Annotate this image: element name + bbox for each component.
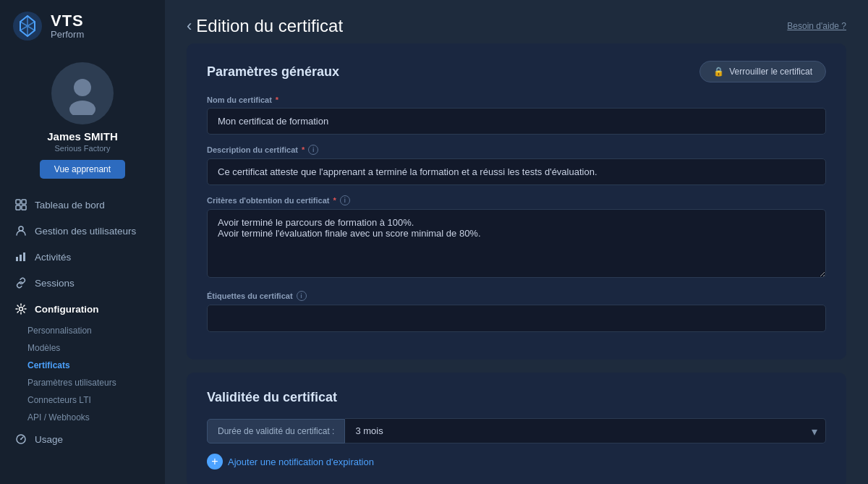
validite-title: Validitée du certificat (207, 390, 337, 405)
logo-vts: VTS (51, 12, 84, 30)
svg-rect-4 (22, 200, 26, 204)
avatar (51, 62, 114, 124)
content-area: Paramètres généraux 🔒 Verrouiller le cer… (165, 43, 868, 484)
sidebar-item-configuration[interactable]: Configuration (0, 296, 165, 322)
logo-area: VTS Perform (0, 0, 165, 52)
svg-point-7 (19, 226, 23, 231)
desc-input[interactable] (207, 158, 826, 185)
desc-info-icon[interactable]: i (308, 145, 318, 155)
help-link[interactable]: Besoin d'aide ? (787, 21, 846, 31)
logo-perform: Perform (51, 30, 84, 40)
logo-text: VTS Perform (51, 12, 84, 40)
validite-card: Validitée du certificat Durée de validit… (187, 373, 846, 484)
etiquettes-input[interactable] (207, 305, 826, 332)
desc-required: * (302, 145, 305, 154)
general-params-title: Paramètres généraux (207, 64, 339, 80)
general-params-title-row: Paramètres généraux 🔒 Verrouiller le cer… (207, 61, 826, 82)
lock-certificate-button[interactable]: 🔒 Verrouiller le certificat (699, 61, 826, 82)
user-name: James SMITH (47, 130, 118, 143)
svg-point-2 (69, 101, 95, 115)
sidebar-subitem-connecteurs[interactable]: Connecteurs LTI (27, 391, 165, 409)
validite-title-row: Validitée du certificat (207, 390, 826, 405)
sidebar-item-usage[interactable]: Usage (0, 426, 165, 452)
svg-point-11 (20, 307, 23, 311)
sidebar-subitem-api[interactable]: API / Webhooks (27, 409, 165, 426)
page-title-area: ‹ Edition du certificat (187, 16, 343, 36)
sidebar-item-utilisateurs[interactable]: Gestion des utilisateurs (0, 218, 165, 244)
user-icon (14, 224, 27, 237)
duree-row: Durée de validité du certificat : 3 mois… (207, 418, 826, 443)
page-title: Edition du certificat (196, 16, 343, 36)
grid-icon (14, 198, 27, 211)
criteres-textarea[interactable]: Avoir terminé le parcours de formation à… (207, 209, 826, 278)
svg-rect-9 (20, 255, 22, 261)
svg-rect-8 (16, 257, 18, 261)
link-icon (14, 276, 27, 289)
add-notification-label: Ajouter une notification d'expiration (228, 457, 374, 467)
duree-select[interactable]: 3 mois 6 mois 1 an 2 ans Illimitée (345, 418, 826, 443)
add-notification-button[interactable]: + Ajouter une notification d'expiration (207, 454, 826, 470)
avatar-icon (61, 72, 104, 115)
desc-label: Description du certificat * i (207, 145, 826, 155)
svg-point-1 (74, 79, 91, 96)
sidebar-subitem-params-users[interactable]: Paramètres utilisateurs (27, 374, 165, 391)
etiquettes-info-icon[interactable]: i (297, 291, 307, 301)
nom-required: * (276, 95, 278, 104)
configuration-subitems: Personnalisation Modèles Certificats Par… (0, 322, 165, 426)
etiquettes-label: Étiquettes du certificat i (207, 291, 826, 301)
sidebar-subitem-modeles[interactable]: Modèles (27, 339, 165, 357)
general-params-card: Paramètres généraux 🔒 Verrouiller le cer… (187, 43, 846, 360)
plus-circle-icon: + (207, 454, 223, 470)
back-arrow-icon[interactable]: ‹ (187, 17, 192, 35)
lock-icon: 🔒 (713, 67, 724, 77)
sidebar-item-sessions[interactable]: Sessions (0, 270, 165, 296)
duree-select-wrapper: 3 mois 6 mois 1 an 2 ans Illimitée (345, 418, 826, 443)
vue-apprenant-button[interactable]: Vue apprenant (40, 160, 125, 179)
svg-point-12 (20, 438, 22, 440)
sidebar-item-usage-label: Usage (35, 434, 63, 445)
criteres-label: Critères d'obtention du certificat * i (207, 195, 826, 205)
sidebar-item-activites-label: Activités (35, 252, 71, 263)
avatar-section: James SMITH Serious Factory Vue apprenan… (0, 52, 165, 186)
sidebar-item-configuration-label: Configuration (35, 304, 98, 315)
nav-section: Tableau de bord Gestion des utilisateurs… (0, 186, 165, 484)
main-content: ‹ Edition du certificat Besoin d'aide ? … (165, 0, 868, 484)
usage-icon (14, 433, 27, 446)
sidebar-item-tableau[interactable]: Tableau de bord (0, 192, 165, 218)
sidebar-item-sessions-label: Sessions (35, 278, 75, 289)
logo-icon (12, 10, 43, 42)
user-org: Serious Factory (54, 144, 110, 153)
nom-label: Nom du certificat * (207, 95, 826, 104)
duree-label: Durée de validité du certificat : (207, 419, 345, 443)
svg-rect-5 (16, 205, 20, 210)
main-header: ‹ Edition du certificat Besoin d'aide ? (165, 0, 868, 43)
nom-input[interactable] (207, 108, 826, 135)
svg-rect-3 (16, 200, 20, 204)
sidebar-item-tableau-label: Tableau de bord (35, 200, 105, 211)
sidebar: VTS Perform James SMITH Serious Factory … (0, 0, 165, 484)
svg-rect-6 (22, 205, 26, 210)
sidebar-item-utilisateurs-label: Gestion des utilisateurs (35, 226, 136, 237)
criteres-info-icon[interactable]: i (340, 195, 350, 205)
lock-btn-label: Verrouiller le certificat (729, 67, 812, 77)
gear-icon (14, 302, 27, 315)
sidebar-item-activites[interactable]: Activités (0, 244, 165, 270)
svg-rect-10 (23, 252, 25, 261)
sidebar-subitem-certificats[interactable]: Certificats (27, 357, 165, 374)
criteres-required: * (333, 196, 336, 205)
bar-chart-icon (14, 250, 27, 263)
sidebar-subitem-personnalisation[interactable]: Personnalisation (27, 322, 165, 339)
